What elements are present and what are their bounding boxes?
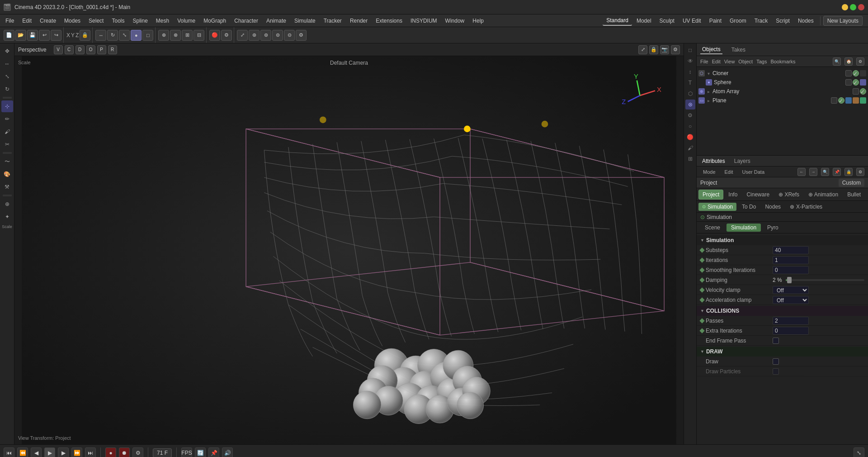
obj-header-edit[interactable]: Edit	[712, 59, 721, 64]
attr-tab-animation[interactable]: ⊕ Animation	[804, 190, 842, 200]
ri-text-btn[interactable]: T	[685, 78, 695, 88]
input-substeps[interactable]	[773, 246, 809, 254]
vp-btn-cameras[interactable]: C	[65, 45, 74, 54]
input-extra-iterations[interactable]	[773, 327, 809, 335]
display-btn2[interactable]: ⊛	[249, 30, 259, 41]
attr-mode-edit[interactable]: Edit	[722, 168, 736, 176]
attr-search[interactable]: 🔍	[821, 168, 829, 176]
layout-tab-track[interactable]: Track	[751, 16, 772, 25]
tl-audio-btn[interactable]: 🔊	[222, 447, 233, 457]
ri-active-btn[interactable]: ⊛	[685, 100, 695, 109]
maximize-button[interactable]	[850, 4, 856, 10]
menu-edit[interactable]: Edit	[19, 16, 35, 25]
open-file-btn[interactable]: 📂	[15, 30, 26, 41]
attr-tab-info[interactable]: Info	[724, 190, 741, 200]
vp-lock-btn[interactable]: 🔒	[649, 45, 658, 54]
layout-tab-sculpt[interactable]: Sculpt	[656, 16, 678, 25]
redo-btn[interactable]: ↪	[51, 30, 61, 41]
tl-frame-display[interactable]: 71 F	[153, 448, 172, 457]
vp-maximize-btn[interactable]: ⤢	[638, 45, 647, 54]
obj-row-atomarray[interactable]: ⊕ ▸ Atom Array ✓	[697, 87, 868, 96]
obj-enable-cloner[interactable]: ✓	[853, 70, 859, 76]
layout-tab-groom[interactable]: Groom	[726, 16, 750, 25]
obj-tag2-plane[interactable]	[853, 97, 859, 104]
tl-step-back[interactable]: ◀	[31, 447, 42, 457]
menu-mograph[interactable]: MoGraph	[200, 16, 230, 25]
object-mode-btn[interactable]: □	[142, 30, 153, 41]
obj-enable-sphere[interactable]: ✓	[853, 79, 859, 86]
brush-tool[interactable]: 🖌	[1, 126, 13, 138]
menu-spline[interactable]: Spline	[129, 16, 151, 25]
attr-mode-userdata[interactable]: User Data	[740, 168, 768, 176]
layout-tab-standard[interactable]: Standard	[603, 16, 632, 26]
section-collisions[interactable]: ▼ COLLISIONS	[697, 306, 868, 316]
obj-vis-plane[interactable]	[831, 97, 837, 104]
custom-preset-label[interactable]: Custom	[839, 179, 864, 187]
menu-animate[interactable]: Animate	[263, 16, 290, 25]
obj-home-btn[interactable]: 🏠	[844, 57, 853, 66]
obj-expand-cloner[interactable]: ▾	[708, 71, 710, 76]
snap2-btn[interactable]: ⊗	[170, 30, 181, 41]
display-btn4[interactable]: ⊜	[272, 30, 283, 41]
move-btn[interactable]: ↔	[95, 30, 106, 41]
attr-bookmark[interactable]: 📌	[833, 168, 841, 176]
subtab-scene[interactable]: Scene	[700, 224, 725, 232]
select-tool[interactable]: ✥	[1, 45, 13, 57]
obj-row-plane[interactable]: ▭ ▸ Plane ✓	[697, 96, 868, 105]
vp-btn-display[interactable]: D	[75, 45, 85, 54]
tab-takes[interactable]: Takes	[730, 46, 747, 54]
minimize-button[interactable]	[842, 4, 848, 10]
tl-goto-start[interactable]: ⏮	[4, 447, 14, 457]
menu-character[interactable]: Character	[231, 16, 262, 25]
tl-fps-btn[interactable]: FPS	[181, 447, 192, 457]
attr-simulation-tab[interactable]: ⊙ Simulation	[698, 203, 736, 211]
slider-thumb-damping[interactable]	[787, 277, 792, 283]
ruler-btn[interactable]: ⊟	[193, 30, 204, 41]
obj-row-sphere[interactable]: ● Sphere ✓	[697, 78, 868, 87]
tl-record-auto[interactable]: ⏺	[119, 447, 130, 457]
vp-settings-btn[interactable]: ⚙	[671, 45, 680, 54]
attr-todo-tab[interactable]: To Do	[738, 203, 760, 211]
render-view-btn[interactable]: 🔴	[209, 30, 220, 41]
menu-extensions[interactable]: Extensions	[372, 16, 406, 25]
tl-zoom-btn[interactable]: ⤡	[854, 447, 864, 457]
spline-tool[interactable]: 〜	[1, 156, 13, 167]
layout-tab-nodes[interactable]: Nodes	[794, 16, 817, 25]
attr-tab-layers[interactable]: Layers	[732, 157, 752, 165]
display-btn1[interactable]: ⤢	[237, 30, 248, 41]
attr-xparticles-tab[interactable]: ⊕ X-Particles	[786, 203, 826, 211]
ri-node-btn[interactable]: ⬡	[685, 89, 695, 99]
attr-nav-fwd[interactable]: →	[809, 168, 817, 176]
undo-btn[interactable]: ↩	[39, 30, 50, 41]
obj-header-bookmarks[interactable]: Bookmarks	[770, 59, 795, 64]
obj-vis-cloner[interactable]	[845, 70, 852, 76]
menu-mesh[interactable]: Mesh	[152, 16, 173, 25]
tl-play-stop[interactable]: ▶	[44, 447, 55, 457]
display-btn6[interactable]: ⚙	[296, 30, 307, 41]
obj-enable-atomarray[interactable]: ✓	[860, 88, 866, 95]
display-btn5[interactable]: ⊝	[284, 30, 295, 41]
section-draw[interactable]: ▼ DRAW	[697, 347, 868, 357]
menu-window[interactable]: Window	[442, 16, 468, 25]
attr-nav-back[interactable]: ←	[797, 168, 806, 176]
vp-btn-redshift[interactable]: R	[108, 45, 117, 54]
tab-objects[interactable]: Objects	[700, 45, 722, 54]
attr-lock[interactable]: 🔒	[844, 168, 853, 176]
obj-header-file[interactable]: File	[700, 59, 708, 64]
attr-tab-project[interactable]: Project	[698, 190, 723, 200]
layout-tab-model[interactable]: Model	[633, 16, 655, 25]
obj-header-object[interactable]: Object	[738, 59, 753, 64]
tl-settings-btn[interactable]: ⚙	[132, 447, 143, 457]
menu-render[interactable]: Render	[346, 16, 371, 25]
obj-tag3-plane[interactable]	[860, 97, 866, 104]
menu-help[interactable]: Help	[469, 16, 487, 25]
attr-mode-mode[interactable]: Mode	[700, 168, 718, 176]
tl-goto-end[interactable]: ⏭	[85, 447, 96, 457]
particle-tool[interactable]: ✦	[1, 211, 13, 223]
grid-btn[interactable]: ⊞	[182, 30, 193, 41]
obj-vis-sphere[interactable]	[845, 79, 852, 86]
input-passes[interactable]	[773, 317, 809, 325]
render-active-btn[interactable]: ●	[131, 30, 142, 41]
checkbox-end-frame-pass[interactable]	[773, 338, 779, 344]
attr-tab-cineware[interactable]: Cineware	[742, 190, 774, 200]
